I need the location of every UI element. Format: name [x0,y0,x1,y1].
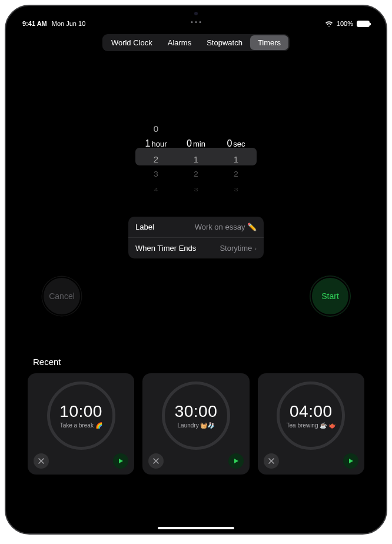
timer-settings: Label Work on essay ✏️ When Timer Ends S… [128,217,264,258]
timer-dial: 30:00 Laundry 🧺🧦 [162,382,230,450]
close-icon [38,457,45,465]
label-title: Label [135,223,154,231]
play-timer-button[interactable] [113,453,128,469]
timer-label: Take a break 🌈 [57,422,106,429]
timer-label: Laundry 🧺🧦 [174,422,218,429]
recent-timer-card[interactable]: 10:00 Take a break 🌈 [28,373,134,475]
ends-value: Storytime [220,244,252,253]
picker-hours[interactable]: 0 1 hour 2 3 4 [137,121,175,197]
when-timer-ends-row[interactable]: When Timer Ends Storytime › [128,237,264,258]
close-icon [152,457,160,465]
battery-icon [357,21,370,27]
battery-percent: 100% [337,20,353,27]
multitask-indicator[interactable] [191,21,201,23]
tab-world-clock[interactable]: World Clock [104,35,160,50]
ends-title: When Timer Ends [135,244,196,253]
timer-time: 10:00 [59,402,102,421]
play-icon [118,458,124,464]
wifi-icon [325,21,333,26]
delete-timer-button[interactable] [148,453,164,469]
recent-heading: Recent [33,357,61,367]
start-button[interactable]: Start [311,277,350,316]
recent-timer-card[interactable]: 04:00 Tea brewing ☕️ 🫖 [258,373,364,475]
timer-time: 04:00 [290,402,333,421]
play-timer-button[interactable] [343,453,358,469]
label-row[interactable]: Label Work on essay ✏️ [128,217,264,237]
timer-time: 30:00 [175,402,218,421]
picker-seconds[interactable]: 0 sec 1 2 3 [217,121,255,197]
delete-timer-button[interactable] [264,453,279,469]
recent-timer-card[interactable]: 30:00 Laundry 🧺🧦 [142,373,249,475]
timer-dial: 10:00 Take a break 🌈 [47,382,115,450]
status-time: 9:41 AM [22,20,47,27]
close-icon [268,457,275,465]
play-timer-button[interactable] [228,453,244,469]
mode-segmented-control[interactable]: World Clock Alarms Stopwatch Timers [102,34,290,51]
picker-minutes[interactable]: 0 min 1 2 3 [177,121,215,197]
status-date: Mon Jun 10 [52,20,85,27]
tab-timers[interactable]: Timers [250,35,288,50]
home-indicator[interactable] [158,527,234,529]
play-icon [348,458,354,464]
delete-timer-button[interactable] [34,453,49,469]
timer-dial: 04:00 Tea brewing ☕️ 🫖 [277,382,345,450]
chevron-right-icon: › [254,245,257,252]
front-camera [194,12,198,15]
ipad-frame: 9:41 AM Mon Jun 10 100% World Clock Alar… [5,5,387,535]
duration-picker[interactable]: 0 1 hour 2 3 4 0 min 1 2 3 0 sec 1 2 [137,121,255,197]
cancel-button[interactable]: Cancel [42,277,81,316]
play-icon [233,458,239,464]
tab-alarms[interactable]: Alarms [160,35,199,50]
timer-label: Tea brewing ☕️ 🫖 [283,422,339,429]
label-value: Work on essay ✏️ [195,223,257,231]
tab-stopwatch[interactable]: Stopwatch [199,35,250,50]
recent-timers-row: 10:00 Take a break 🌈 30:00 Laundry 🧺🧦 [28,373,364,475]
